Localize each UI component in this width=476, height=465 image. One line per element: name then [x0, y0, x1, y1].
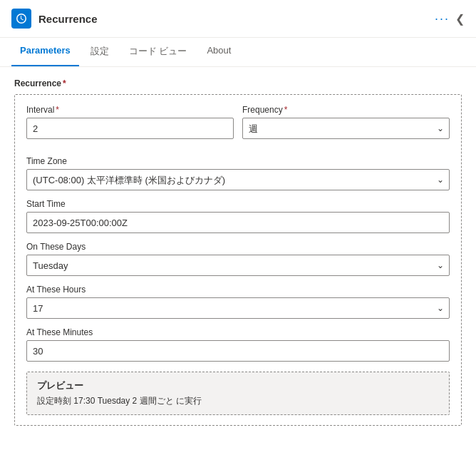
- at-these-minutes-input[interactable]: [26, 340, 450, 362]
- frequency-label: Frequency*: [242, 105, 450, 115]
- preview-title: プレビュー: [37, 379, 439, 392]
- app-header: Recurrence ··· ❮: [0, 0, 476, 38]
- on-these-days-select-wrapper: Sunday Monday Tuesday Wednesday Thursday…: [26, 255, 450, 276]
- recurrence-form-box: Interval* Frequency* 週 日 時間 分 ⌄: [14, 94, 462, 426]
- frequency-required: *: [284, 105, 288, 115]
- preview-box: プレビュー 設定時刻 17:30 Tuesday 2 週間ごと に実行: [26, 372, 450, 415]
- frequency-select[interactable]: 週 日 時間 分: [242, 118, 450, 139]
- app-title: Recurrence: [38, 13, 428, 25]
- at-these-hours-select[interactable]: 0123 4567 891011 12131415 16171819 20212…: [26, 297, 450, 319]
- start-time-input[interactable]: [26, 212, 450, 233]
- frequency-select-wrapper: 週 日 時間 分 ⌄: [242, 118, 450, 139]
- header-actions: ··· ❮: [435, 11, 465, 26]
- start-time-label: Start Time: [26, 199, 450, 209]
- more-options-button[interactable]: ···: [435, 11, 450, 26]
- at-these-minutes-field-group: At These Minutes: [26, 327, 450, 362]
- interval-frequency-row: Interval* Frequency* 週 日 時間 分 ⌄: [26, 105, 450, 148]
- on-these-days-label: On These Days: [26, 242, 450, 252]
- collapse-button[interactable]: ❮: [455, 12, 465, 26]
- timezone-select-wrapper: (UTC-08:00) 太平洋標準時 (米国およびカナダ) ⌄: [26, 169, 450, 190]
- tab-parameters[interactable]: Parameters: [11, 38, 79, 66]
- interval-field-group: Interval*: [26, 105, 234, 139]
- on-these-days-field-group: On These Days Sunday Monday Tuesday Wedn…: [26, 242, 450, 276]
- main-content: Recurrence* Interval* Frequency* 週 日 時間: [0, 67, 476, 437]
- at-these-hours-label: At These Hours: [26, 285, 450, 295]
- interval-label: Interval*: [26, 105, 234, 115]
- tab-codeview[interactable]: コード ビュー: [120, 38, 196, 66]
- interval-required: *: [56, 105, 59, 115]
- frequency-field-group: Frequency* 週 日 時間 分 ⌄: [242, 105, 450, 148]
- timezone-select[interactable]: (UTC-08:00) 太平洋標準時 (米国およびカナダ): [26, 169, 450, 190]
- recurrence-icon: [16, 13, 27, 24]
- interval-input[interactable]: [26, 118, 234, 139]
- at-these-hours-select-wrapper: 0123 4567 891011 12131415 16171819 20212…: [26, 297, 450, 319]
- tab-about[interactable]: About: [198, 38, 239, 66]
- timezone-field-group: Time Zone (UTC-08:00) 太平洋標準時 (米国およびカナダ) …: [26, 156, 450, 190]
- on-these-days-select[interactable]: Sunday Monday Tuesday Wednesday Thursday…: [26, 255, 450, 276]
- at-these-minutes-label: At These Minutes: [26, 327, 450, 337]
- start-time-field-group: Start Time: [26, 199, 450, 233]
- required-indicator: *: [63, 78, 66, 88]
- app-icon: [11, 9, 31, 29]
- recurrence-section-title: Recurrence*: [14, 78, 462, 88]
- tab-settings[interactable]: 設定: [82, 38, 118, 66]
- preview-text: 設定時刻 17:30 Tuesday 2 週間ごと に実行: [37, 395, 439, 407]
- timezone-label: Time Zone: [26, 156, 450, 166]
- at-these-hours-field-group: At These Hours 0123 4567 891011 12131415…: [26, 285, 450, 319]
- tab-bar: Parameters 設定 コード ビュー About: [0, 38, 476, 67]
